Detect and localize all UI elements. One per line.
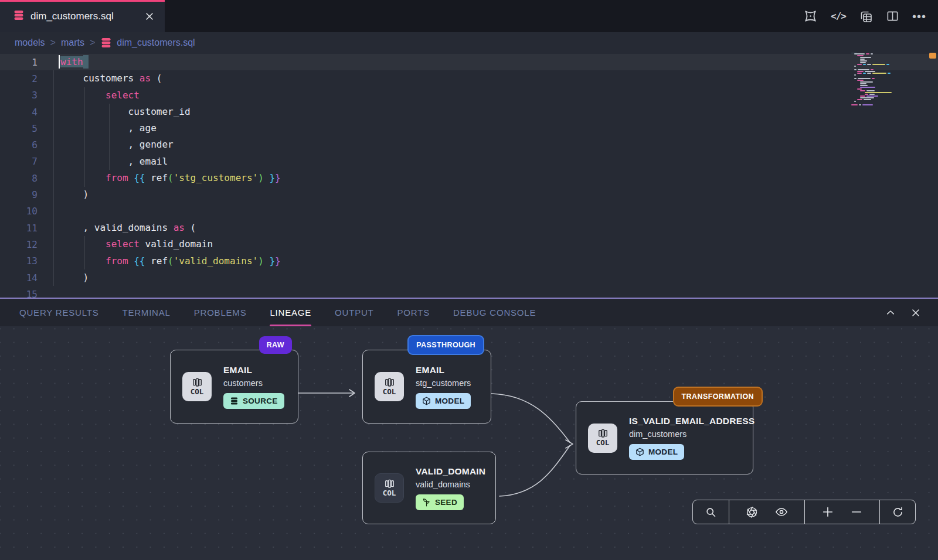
node-type-label: MODEL [648,448,678,456]
code-text: , gender [60,136,174,153]
node-type-label: SOURCE [243,397,278,405]
panel-tab-ports[interactable]: PORTS [397,299,430,326]
node-column-name: EMAIL [223,365,252,375]
panel-tab-output[interactable]: OUTPUT [335,299,373,326]
toolbar-group [693,500,729,524]
column-chip: COL [375,473,404,503]
chevron-up-icon[interactable] [885,308,896,318]
cube-icon [422,397,431,405]
breadcrumb-item-marts[interactable]: marts [61,37,84,48]
line-number: 6 [0,139,38,151]
eye-icon [775,506,788,518]
snapshot-button[interactable] [746,506,758,518]
columns-icon [192,378,202,387]
code-text: , valid_domains as ( [60,220,196,236]
line-number: 3 [0,90,38,101]
line-number: 12 [0,239,38,250]
code-line-1[interactable]: 1with [0,54,938,70]
copy-table-icon[interactable] [859,9,873,23]
code-line-2[interactable]: 2 customers as ( [0,70,938,87]
database-pink-icon [100,37,112,49]
code-icon[interactable]: </> [831,11,846,22]
search-button[interactable] [705,506,717,518]
minus-icon [850,506,863,518]
tab-filename: dim_customers.sql [30,11,145,22]
code-line-4[interactable]: 4 customer_id [0,104,938,120]
lineage-canvas[interactable]: RAWCOLEMAILcustomersSOURCEPASSTHROUGHCOL… [0,326,938,560]
code-text: select valid_domain [60,236,213,252]
panel-tab-lineage[interactable]: LINEAGE [270,299,311,326]
code-line-10[interactable]: 10 [0,203,938,220]
node-table-name: customers [223,378,263,388]
code-line-12[interactable]: 12 select valid_domain [0,236,938,252]
code-line-9[interactable]: 9 ) [0,186,938,203]
visibility-button[interactable] [775,506,788,518]
panel-tab-debug-console[interactable]: DEBUG CONSOLE [453,299,536,326]
line-number: 13 [0,255,38,267]
node-column-name: EMAIL [416,365,444,375]
lineage-node-customers[interactable]: RAWCOLEMAILcustomersSOURCE [170,350,298,424]
code-line-6[interactable]: 6 , gender [0,136,938,153]
more-icon[interactable]: ••• [912,13,926,19]
zoom-out-button[interactable] [850,506,863,518]
line-number: 2 [0,73,38,84]
panel-tabs: QUERY RESULTSTERMINALPROBLEMSLINEAGEOUTP… [19,299,559,326]
editor-tab-bar: dim_customers.sql </>••• [0,0,938,32]
refresh-button[interactable] [892,506,904,518]
lineage-badge-passthrough: PASSTHROUGH [407,335,484,355]
panel-tab-query-results[interactable]: QUERY RESULTS [19,299,98,326]
close-icon[interactable] [911,308,920,317]
column-chip-label: COL [383,387,396,396]
minimap[interactable] [851,53,926,106]
code-lines: 1with2 customers as (3 select4 customer_… [0,54,938,298]
edge-seed-to-dim [499,446,570,496]
toolbar-group [729,500,805,524]
node-type-badge-model: MODEL [629,444,684,460]
search-icon [705,506,717,518]
node-type-label: SEED [435,498,457,507]
toolbar-group [805,500,880,524]
code-text: customers as ( [60,70,162,87]
code-line-15[interactable]: 15 [0,286,938,298]
node-table-name: valid_domains [416,480,470,489]
breadcrumb-item-models[interactable]: models [15,37,45,48]
overview-ruler-marker [929,53,936,59]
panel-tab-problems[interactable]: PROBLEMS [194,299,247,326]
code-line-11[interactable]: 11 , valid_domains as ( [0,220,938,236]
lineage-node-valid_domains[interactable]: COLVALID_DOMAINvalid_domainsSEED [362,452,496,524]
code-line-14[interactable]: 14 ) [0,269,938,286]
column-chip: COL [182,372,212,401]
code-editor[interactable]: 1with2 customers as (3 select4 customer_… [0,53,938,298]
node-table-name: stg_customers [416,378,471,388]
column-chip-label: COL [596,438,610,447]
line-number: 7 [0,156,38,167]
editor-tab-dim-customers[interactable]: dim_customers.sql [0,0,165,32]
code-text: with [60,54,83,70]
code-text: from {{ ref('stg_customers') }} [60,170,281,186]
code-line-13[interactable]: 13 from {{ ref('valid_domains') }} [0,253,938,269]
panel-tab-terminal[interactable]: TERMINAL [122,299,170,326]
code-line-5[interactable]: 5 , age [0,120,938,136]
line-number: 8 [0,173,38,184]
code-line-8[interactable]: 8 from {{ ref('stg_customers') }} [0,170,938,186]
node-type-label: MODEL [435,397,464,405]
toolbar-group [880,500,915,524]
breadcrumb-file[interactable]: dim_customers.sql [100,37,195,49]
column-chip: COL [588,424,617,453]
sprout-icon [422,498,431,507]
edge-arrowhead [566,440,573,448]
columns-icon [385,378,395,387]
split-editor-icon[interactable] [886,9,899,23]
cube-icon [635,448,644,456]
code-text: customer_id [60,104,191,120]
lineage-node-stg_customers[interactable]: PASSTHROUGHCOLEMAILstg_customersMODEL [362,350,491,424]
zoom-in-button[interactable] [821,506,834,518]
close-icon[interactable] [145,12,154,21]
database-pink-icon [13,9,25,23]
code-line-3[interactable]: 3 select [0,87,938,104]
code-line-7[interactable]: 7 , email [0,153,938,170]
lineage-node-dim_customers[interactable]: TRANSFORMATIONCOLIS_VALID_EMAIL_ADDRESSd… [576,401,753,474]
dbt-icon[interactable] [803,9,818,23]
line-number: 5 [0,123,38,134]
breadcrumb: models>marts>dim_customers.sql [0,32,938,53]
